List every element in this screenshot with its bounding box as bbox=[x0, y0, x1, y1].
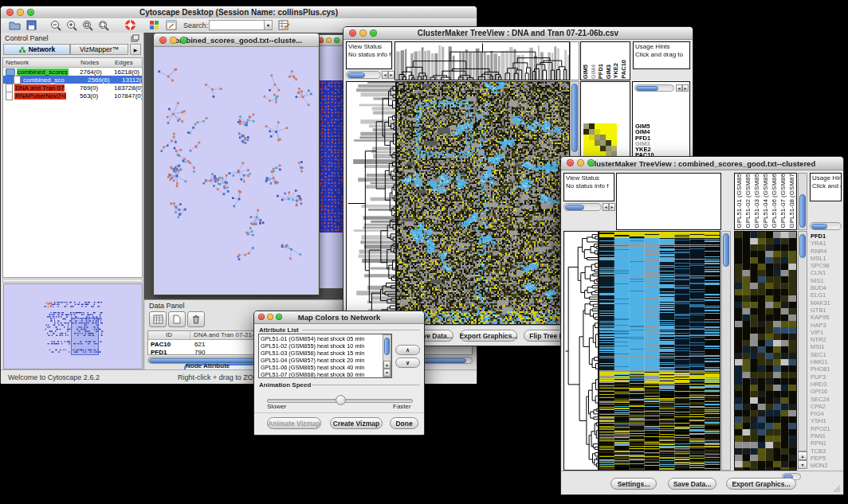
attribute-list-item[interactable]: GPL51-04 (GSM857) heat shock 20 min bbox=[261, 357, 381, 364]
float-panel-icon[interactable] bbox=[131, 34, 139, 42]
gene-label[interactable]: SEC1 bbox=[811, 351, 842, 358]
minimize-button[interactable] bbox=[17, 9, 24, 16]
attribute-browser-icon[interactable] bbox=[278, 20, 290, 30]
minimize-button[interactable] bbox=[359, 29, 367, 37]
gene-label[interactable]: PAN1 bbox=[811, 432, 842, 440]
network-table-row[interactable]: combined_scores2764(0)16218(0) bbox=[3, 68, 142, 76]
zoom-button[interactable] bbox=[276, 314, 282, 320]
gene-label[interactable]: HRD3 bbox=[811, 381, 842, 388]
gene-name-list[interactable]: PFD1YRA1RNR4MSL1SPC98CLN1NIS1BUD4ELG1MAK… bbox=[811, 232, 842, 469]
animation-speed-slider[interactable] bbox=[267, 395, 411, 406]
gene-label[interactable]: YRA1 bbox=[811, 240, 842, 247]
attribute-list-item[interactable]: GPL51-06 (GSM865) heat shock 40 min bbox=[261, 364, 381, 371]
save-icon[interactable] bbox=[26, 20, 37, 30]
gene-label[interactable]: HMG1 bbox=[811, 358, 842, 365]
usage-hscrollbar[interactable] bbox=[810, 222, 842, 230]
attribute-listbox[interactable]: GPL51-01 (GSM854) heat shock 05 minGPL51… bbox=[258, 334, 392, 378]
attribute-list-item[interactable]: GPL51-02 (GSM855) heat shock 10 min bbox=[261, 342, 381, 350]
row-label[interactable]: PFD1 bbox=[635, 135, 654, 141]
gene-label[interactable]: SPC98 bbox=[811, 262, 842, 269]
save-data-button[interactable]: Save Data... bbox=[668, 478, 716, 490]
scroll-right-button[interactable]: ▸ bbox=[682, 84, 689, 92]
id-column-header[interactable]: ID bbox=[148, 331, 190, 339]
help-lifesaver-icon[interactable] bbox=[124, 19, 136, 31]
search-dropdown-button[interactable]: ▾ bbox=[264, 20, 273, 30]
zoom-out-icon[interactable] bbox=[50, 20, 61, 31]
close-button[interactable] bbox=[258, 314, 265, 320]
tab-overflow-button[interactable]: ▶ bbox=[130, 44, 141, 55]
tab-network[interactable]: Network bbox=[3, 44, 70, 55]
column-dendrogram[interactable] bbox=[395, 41, 570, 80]
zoom-button[interactable] bbox=[334, 37, 340, 43]
scroll-right-button[interactable]: ▸ bbox=[609, 203, 615, 211]
open-file-icon[interactable] bbox=[9, 20, 21, 30]
row-label[interactable]: GIM5 bbox=[635, 123, 654, 129]
treeview1-titlebar[interactable]: ClusterMaker TreeView : DNA and Tran 07-… bbox=[344, 27, 693, 40]
minimize-button[interactable] bbox=[267, 314, 273, 320]
zoom-button[interactable] bbox=[587, 159, 595, 166]
close-button[interactable] bbox=[567, 159, 574, 166]
settings-button[interactable]: Settings... bbox=[610, 478, 657, 490]
close-button[interactable] bbox=[159, 37, 167, 44]
gene-label[interactable]: NIS1 bbox=[811, 277, 842, 284]
column-label[interactable]: GPL51-07 (GSM868) bbox=[780, 173, 787, 229]
gene-label[interactable]: KAP95 bbox=[811, 314, 842, 321]
network-view-titlebar[interactable]: combined_scores_good.txt--cluste... bbox=[154, 33, 319, 47]
gene-label[interactable]: CPA2 bbox=[811, 403, 842, 410]
minimize-button[interactable] bbox=[326, 37, 332, 43]
zoom-fit-icon[interactable] bbox=[98, 20, 109, 31]
network-graph-canvas[interactable] bbox=[155, 47, 317, 294]
gene-label[interactable]: ELG1 bbox=[811, 291, 842, 299]
row-label[interactable]: GIM3 bbox=[635, 141, 654, 147]
scroll-up-button[interactable]: ▴ bbox=[798, 451, 807, 460]
row-label[interactable]: GIM4 bbox=[635, 129, 654, 135]
scroll-left-button[interactable]: ◂ bbox=[603, 203, 609, 211]
zoom-selected-icon[interactable] bbox=[82, 20, 93, 31]
treeview2-titlebar[interactable]: ClusterMaker TreeView : combined_scores_… bbox=[561, 157, 843, 170]
zoom-button[interactable] bbox=[27, 9, 34, 16]
column-label[interactable]: GPL51-01 (GSM854) bbox=[736, 173, 743, 229]
column-label[interactable]: GIM3 bbox=[606, 64, 612, 79]
zoom-button[interactable] bbox=[370, 29, 377, 37]
export-graphics-button[interactable]: Export Graphics... bbox=[726, 478, 796, 490]
magnified-heatmap[interactable] bbox=[734, 231, 797, 471]
zoom-button[interactable] bbox=[180, 37, 187, 44]
new-attribute-button[interactable] bbox=[168, 311, 186, 327]
network-table-row[interactable]: RNAPuberNov2+l563(0)107847(0) bbox=[3, 92, 142, 100]
attribute-list-item[interactable]: GPL51-03 (GSM856) heat shock 15 min bbox=[261, 350, 381, 357]
gene-label[interactable]: BUD4 bbox=[811, 284, 842, 291]
gene-label[interactable]: GPI16 bbox=[811, 388, 842, 395]
row-label[interactable]: YKE2 bbox=[635, 147, 654, 152]
gene-label[interactable]: PHO81 bbox=[811, 365, 842, 373]
gene-label[interactable]: MSL1 bbox=[811, 255, 842, 262]
search-input[interactable] bbox=[209, 20, 266, 30]
gene-label[interactable]: YSH1 bbox=[811, 417, 842, 424]
scroll-right-button[interactable]: ▸ bbox=[388, 71, 395, 79]
genelist-vscrollbar[interactable] bbox=[798, 231, 807, 451]
expression-heatmap[interactable] bbox=[396, 81, 570, 325]
minimize-button[interactable] bbox=[170, 37, 177, 44]
gene-label[interactable]: GTB1 bbox=[811, 307, 842, 314]
delete-attribute-button[interactable] bbox=[187, 311, 205, 327]
minimize-button[interactable] bbox=[577, 159, 584, 166]
column-label[interactable]: GPL51-04 (GSM857) bbox=[763, 173, 769, 229]
create-vizmap-button[interactable]: Create Vizmap bbox=[330, 417, 383, 429]
gene-label[interactable]: MSI1 bbox=[811, 343, 842, 350]
gene-label[interactable]: PUF3 bbox=[811, 373, 842, 381]
gene-label[interactable]: MAK31 bbox=[811, 299, 842, 307]
close-button[interactable] bbox=[6, 9, 14, 16]
column-label[interactable]: PAC10 bbox=[621, 60, 627, 79]
edit-window-icon[interactable] bbox=[166, 20, 177, 30]
resize-grip[interactable] bbox=[832, 484, 841, 493]
panel-resize-strip[interactable] bbox=[2, 279, 143, 283]
scroll-left-button[interactable]: ◂ bbox=[676, 84, 682, 92]
dialog-titlebar[interactable]: Map Colors to Network bbox=[254, 311, 424, 324]
column-label[interactable]: GPL51-06 (GSM865) bbox=[771, 173, 778, 229]
birdseye-overview[interactable] bbox=[3, 283, 143, 369]
scroll-down-button[interactable]: ▾ bbox=[798, 460, 807, 469]
gene-label[interactable]: RNR4 bbox=[811, 248, 842, 255]
expression-heatmap[interactable] bbox=[599, 231, 720, 471]
gene-label[interactable]: RPO21 bbox=[811, 425, 842, 432]
correlation-matrix[interactable] bbox=[583, 123, 617, 157]
gene-label[interactable]: CLN1 bbox=[811, 269, 842, 276]
